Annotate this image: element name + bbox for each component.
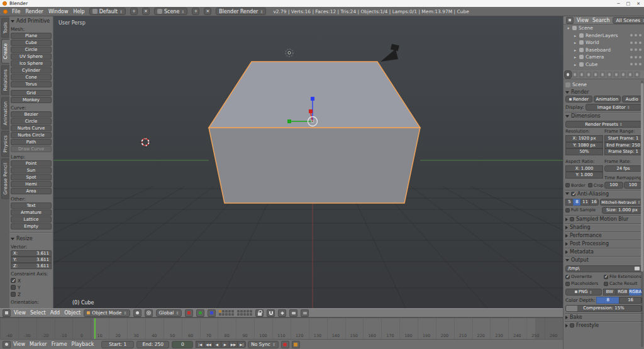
add-mesh-button[interactable]: UV Sphere	[11, 53, 52, 60]
output-checkbox[interactable]: File Extensions	[604, 274, 642, 280]
panel-header-anti-aliasing[interactable]: Anti-Aliasing	[565, 190, 643, 197]
add-lamp-button[interactable]: Sun	[11, 167, 52, 174]
remap-field[interactable]: 100	[604, 182, 623, 189]
add-curve-button[interactable]: Bezier	[11, 111, 52, 118]
tool-shelf-tab[interactable]: Tools	[1, 18, 9, 38]
playback-button[interactable]: ▶	[221, 341, 230, 348]
menu-item[interactable]: Select	[30, 310, 46, 316]
playback-button[interactable]: |◀	[196, 341, 204, 348]
keying-set-button[interactable]	[292, 341, 300, 348]
disclosure-icon[interactable]: ▾	[566, 26, 570, 30]
render-button[interactable]: Render	[565, 96, 592, 102]
menu-item[interactable]: Marker	[30, 341, 47, 347]
constraint-axis-checkbox[interactable]: X	[11, 277, 52, 284]
tool-shelf-tab[interactable]: Animation	[1, 97, 9, 130]
tool-shelf-tab[interactable]: Physics	[1, 131, 9, 157]
collapsed-panel-header[interactable]: Freestyle	[565, 321, 643, 330]
menu-item[interactable]: File	[12, 9, 20, 14]
rotate-manipulator-button[interactable]	[196, 309, 204, 317]
render-animation-button[interactable]: Animation	[594, 96, 621, 102]
file-format-dropdown[interactable]: PNG⇕	[565, 289, 602, 296]
sync-dropdown[interactable]: No Sync⇕	[248, 341, 279, 348]
auto-keyframe-button[interactable]	[281, 341, 289, 348]
add-curve-button[interactable]: Nurbs Circle	[11, 132, 52, 138]
add-layout-button[interactable]: +	[130, 8, 138, 15]
outliner-row-scene[interactable]: ▾ Scene	[564, 25, 644, 32]
tool-shelf-tab[interactable]: Create	[1, 39, 9, 64]
transform-orientation-dropdown[interactable]: Global⇕	[156, 309, 182, 317]
physics-tab-icon[interactable]	[634, 71, 640, 78]
collapsed-panel-header[interactable]: Performance	[565, 231, 643, 240]
scale-manipulator-button[interactable]	[208, 309, 216, 317]
scene-tab-icon[interactable]	[579, 71, 585, 78]
aa-filter-dropdown[interactable]: Mitchell-Netravali⇕	[600, 199, 642, 206]
aa-size-field[interactable]: Size: 1.000 px	[602, 207, 642, 214]
disclosure-icon[interactable]: ▸	[573, 40, 577, 45]
disclosure-icon[interactable]: ▸	[573, 62, 577, 67]
constraint-axis-checkbox[interactable]: Y	[11, 284, 52, 291]
3d-viewport[interactable]: User Persp (0) Cube	[53, 16, 563, 308]
mode-dropdown[interactable]: Object Mode⇕	[84, 309, 130, 317]
editor-type-button[interactable]	[566, 17, 574, 24]
menu-item[interactable]: Add	[50, 310, 60, 316]
render-tab-icon[interactable]	[565, 71, 571, 78]
color-depth-button[interactable]: 16	[619, 297, 642, 304]
add-other-button[interactable]: Armature	[11, 209, 52, 216]
add-curve-button[interactable]: Draw Curve	[11, 146, 52, 152]
close-layout-button[interactable]: ✕	[142, 8, 150, 15]
disclosure-icon[interactable]: ▸	[573, 48, 577, 52]
folder-icon[interactable]	[635, 267, 640, 270]
output-path-field[interactable]: /tmp\	[565, 265, 642, 272]
collapsed-panel-header[interactable]: Metadata	[565, 248, 643, 256]
panel-checkbox[interactable]	[570, 323, 574, 328]
add-mesh-button[interactable]: Cylinder	[11, 67, 52, 74]
outliner-row[interactable]: ▸ Baseboard	[564, 47, 644, 54]
add-mesh-button[interactable]: Cube	[11, 40, 52, 46]
menu-item[interactable]: Help	[73, 9, 84, 14]
display-dropdown[interactable]: Image Editor⇕	[586, 104, 642, 111]
compression-slider[interactable]: Compression: 15%	[565, 305, 642, 312]
add-mesh-button[interactable]: Circle	[11, 47, 52, 53]
playback-button[interactable]: ▶▶	[229, 341, 238, 348]
3d-cursor-icon[interactable]	[140, 136, 151, 148]
channel-button[interactable]: RGB	[616, 289, 629, 296]
playback-button[interactable]: ▶|	[237, 341, 246, 348]
playback-button[interactable]: ◀◀	[204, 341, 213, 348]
tool-shelf-tab[interactable]: Relations	[1, 65, 9, 95]
opengl-render-anim-button[interactable]	[301, 309, 309, 317]
object-tab-icon[interactable]	[592, 71, 599, 78]
anti-aliasing-checkbox[interactable]	[571, 192, 575, 196]
visibility-toggles[interactable]	[630, 48, 641, 51]
window-control-button[interactable]: ─	[617, 1, 619, 6]
frame-range-field[interactable]: End Frame: 250	[604, 142, 642, 149]
menu-item[interactable]: Playback	[72, 341, 94, 347]
current-frame-field[interactable]: 0	[172, 341, 193, 348]
add-other-button[interactable]: Empty	[11, 223, 52, 230]
collapsed-panel-header[interactable]: Bake	[565, 313, 643, 321]
add-lamp-button[interactable]: Area	[11, 188, 52, 194]
material-tab-icon[interactable]	[620, 71, 626, 78]
add-mesh-button[interactable]: Plane	[11, 33, 52, 39]
lock-to-scene-button[interactable]	[255, 309, 264, 317]
panel-header-output[interactable]: Output	[565, 256, 643, 264]
screen-layout-dropdown[interactable]: Default⇕	[89, 8, 126, 15]
vector-number-field[interactable]: Y: 3.611	[11, 257, 52, 263]
menu-item[interactable]: View	[13, 341, 25, 347]
render-presets-dropdown[interactable]: Render Presets⇕	[565, 121, 642, 128]
cube-object[interactable]	[209, 62, 420, 203]
snap-element-button[interactable]	[278, 309, 286, 317]
add-other-button[interactable]: Lattice	[11, 216, 52, 223]
editor-type-button[interactable]	[3, 341, 11, 348]
camera-icon[interactable]	[380, 44, 399, 62]
pivot-point-button[interactable]	[145, 309, 153, 317]
end-frame-field[interactable]: End: 250	[136, 341, 169, 348]
add-mesh-button[interactable]: Cone	[11, 74, 52, 80]
tool-shelf-tab[interactable]: Grease Pencil	[1, 158, 9, 199]
add-mesh-button[interactable]: Grid	[11, 90, 52, 96]
full-sample-checkbox[interactable]: Full Sample	[565, 208, 601, 213]
start-frame-field[interactable]: Start: 1	[101, 341, 134, 348]
output-checkbox[interactable]: Cache Result	[604, 280, 642, 287]
world-tab-icon[interactable]	[586, 71, 592, 78]
menu-item[interactable]: View	[577, 18, 589, 23]
resolution-field[interactable]: Y: 1080 px	[565, 142, 603, 149]
